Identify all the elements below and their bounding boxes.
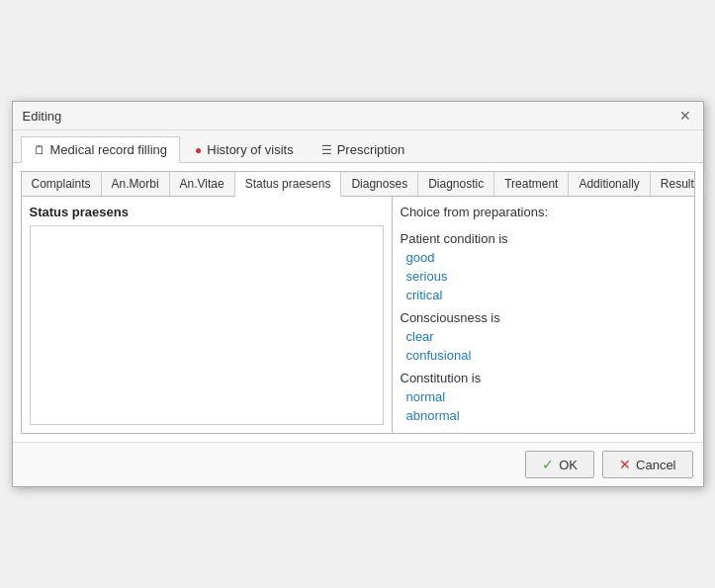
dialog-footer: ✓ OK ✕ Cancel	[13, 442, 703, 486]
subtab-anmorbi[interactable]: An.Morbi	[102, 172, 170, 196]
ok-icon: ✓	[542, 457, 554, 472]
prescription-icon: ☰	[321, 143, 332, 157]
title-bar: Editing ✕	[13, 102, 703, 130]
tab-prescription[interactable]: ☰ Prescription	[309, 136, 418, 162]
status-praesens-textarea[interactable]	[31, 226, 383, 424]
category-constitution: Constitution is	[401, 371, 686, 385]
choice-serious[interactable]: serious	[401, 267, 686, 286]
category-consciousness: Consciousness is	[401, 310, 686, 325]
subtab-complaints-label: Complaints	[32, 177, 91, 191]
subtab-additionally[interactable]: Additionally	[569, 172, 650, 196]
choice-normal[interactable]: normal	[401, 387, 686, 406]
subtab-treatment[interactable]: Treatment	[494, 172, 569, 196]
choice-good[interactable]: good	[401, 248, 686, 267]
choice-label: Choice from preparations:	[401, 205, 686, 219]
choice-abnormal[interactable]: abnormal	[401, 406, 686, 425]
dialog-title: Editing	[23, 109, 62, 124]
subtab-complaints[interactable]: Complaints	[22, 172, 102, 196]
subtab-anmorbi-label: An.Morbi	[112, 177, 159, 191]
subtab-additionally-label: Additionally	[579, 177, 639, 191]
subtab-diagnostic-label: Diagnostic	[428, 177, 484, 191]
sub-tab-bar: Complaints An.Morbi An.Vitae Status prae…	[22, 172, 694, 197]
subtab-status-label: Status praesens	[245, 177, 331, 191]
content-area: Complaints An.Morbi An.Vitae Status prae…	[13, 163, 703, 442]
cancel-icon: ✕	[619, 457, 631, 472]
text-area-wrapper	[30, 225, 384, 425]
subtab-diagnoses[interactable]: Diagnoses	[341, 172, 418, 196]
subtab-diagnostic[interactable]: Diagnostic	[418, 172, 494, 196]
tab-prescription-label: Prescription	[337, 142, 405, 157]
tab-medical-record[interactable]: 🗒 Medical record filling	[21, 136, 181, 163]
category-patient-condition: Patient condition is	[401, 231, 686, 246]
ok-button[interactable]: ✓ OK	[525, 451, 594, 478]
cancel-button[interactable]: ✕ Cancel	[602, 451, 692, 478]
tab-history-visits-label: History of visits	[207, 142, 293, 157]
subtab-treatment-label: Treatment	[504, 177, 558, 191]
main-tab-bar: 🗒 Medical record filling ● History of vi…	[13, 130, 703, 163]
right-panel: Choice from preparations: Patient condit…	[393, 197, 694, 433]
medical-record-icon: 🗒	[34, 143, 45, 157]
tab-medical-record-label: Medical record filling	[50, 142, 168, 157]
subtab-result-label: Result	[661, 177, 694, 191]
history-icon: ●	[195, 143, 202, 157]
subtab-anvitae[interactable]: An.Vitae	[170, 172, 235, 196]
subtab-status[interactable]: Status praesens	[235, 172, 342, 197]
subtab-result[interactable]: Result	[651, 172, 705, 196]
cancel-label: Cancel	[636, 458, 675, 472]
editing-dialog: Editing ✕ 🗒 Medical record filling ● His…	[12, 101, 704, 487]
panel-body: Status praesens Choice from preparations…	[22, 197, 694, 433]
close-button[interactable]: ✕	[677, 108, 693, 124]
inner-panel: Complaints An.Morbi An.Vitae Status prae…	[21, 171, 695, 434]
subtab-diagnoses-label: Diagnoses	[351, 177, 407, 191]
choice-confusional[interactable]: confusional	[401, 346, 686, 365]
left-panel-title: Status praesens	[30, 205, 384, 219]
choice-list: Patient condition is good serious critic…	[401, 225, 686, 425]
choice-critical[interactable]: critical	[401, 286, 686, 304]
ok-label: OK	[559, 458, 578, 472]
subtab-anvitae-label: An.Vitae	[180, 177, 224, 191]
choice-clear[interactable]: clear	[401, 327, 686, 346]
tab-history-visits[interactable]: ● History of visits	[182, 136, 307, 162]
left-panel: Status praesens	[22, 197, 393, 433]
